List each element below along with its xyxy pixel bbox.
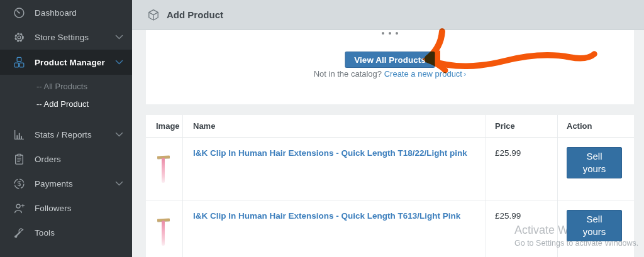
create-new-product-link[interactable]: Create a new product xyxy=(384,69,462,79)
svg-text:$: $ xyxy=(18,180,21,187)
product-image-cell xyxy=(146,200,182,257)
view-all-products-button[interactable]: View All Products xyxy=(345,52,435,68)
product-action-cell: Sell yours xyxy=(557,200,634,257)
sidebar-item-product-manager[interactable]: Product Manager xyxy=(0,50,132,75)
gear-icon xyxy=(13,31,25,43)
chevron-down-icon xyxy=(115,132,123,138)
page-header: Add Product xyxy=(132,0,644,30)
column-header-image: Image xyxy=(146,115,182,137)
sidebar-item-stats-reports[interactable]: Stats / Reports xyxy=(0,123,132,147)
product-thumbnail xyxy=(157,218,172,249)
catalog-prompt: Not in the catalog? Create a new product… xyxy=(146,69,634,79)
product-price-cell: £25.99 xyxy=(486,200,557,257)
main-content: Activate Windows Go to Settings to activ… xyxy=(132,30,644,257)
clipboard-icon xyxy=(13,153,25,165)
sidebar-item-payments[interactable]: $ Payments xyxy=(0,172,132,196)
product-price-cell: £25.99 xyxy=(486,138,557,200)
chevron-down-icon xyxy=(115,181,123,187)
sidebar-item-tools[interactable]: Tools xyxy=(0,221,132,245)
wrench-icon xyxy=(13,227,25,239)
sidebar-item-followers[interactable]: Followers xyxy=(0,196,132,221)
sidebar-item-label: Followers xyxy=(35,204,123,213)
sidebar-item-label: Product Manager xyxy=(35,58,115,67)
column-header-action: Action xyxy=(557,115,634,137)
column-header-price: Price xyxy=(486,115,557,137)
sidebar-item-label: Payments xyxy=(35,179,115,189)
dollar-icon: $ xyxy=(13,178,25,190)
sidebar-item-label: Orders xyxy=(35,155,123,164)
sidebar-item-label: Stats / Reports xyxy=(35,130,115,139)
sidebar-item-dashboard[interactable]: Dashboard xyxy=(0,1,132,25)
sell-yours-button[interactable]: Sell yours xyxy=(567,147,622,178)
gauge-icon xyxy=(13,7,25,19)
table-row: I&K Clip In Human Hair Extensions - Quic… xyxy=(146,138,634,200)
column-header-name: Name xyxy=(182,115,486,137)
catalog-prompt-text: Not in the catalog? xyxy=(314,69,384,79)
bar-chart-icon xyxy=(13,129,25,141)
product-name-cell: I&K Clip In Human Hair Extensions - Quic… xyxy=(182,138,486,200)
table-row: I&K Clip In Human Hair Extensions - Quic… xyxy=(146,200,634,257)
chevron-down-icon xyxy=(115,35,123,40)
product-image-cell xyxy=(146,138,182,200)
sidebar-subitem-label: -- Add Product xyxy=(36,99,89,109)
product-name-link[interactable]: I&K Clip In Human Hair Extensions - Quic… xyxy=(193,148,480,159)
follower-add-icon xyxy=(13,202,25,214)
sidebar-item-label: Store Settings xyxy=(35,33,115,42)
product-manager-submenu: -- All Products -- Add Product xyxy=(0,77,132,112)
sidebar-subitem-label: -- All Products xyxy=(36,82,87,91)
table-header-row: Image Name Price Action xyxy=(146,115,634,138)
page-title: Add Product xyxy=(167,9,223,20)
product-name-cell: I&K Clip In Human Hair Extensions - Quic… xyxy=(182,200,486,257)
product-action-cell: Sell yours xyxy=(557,138,634,200)
sidebar-item-all-products[interactable]: -- All Products xyxy=(0,77,132,95)
cubes-icon xyxy=(13,57,25,68)
add-product-panel: View All Products Not in the catalog? Cr… xyxy=(146,30,634,104)
chevron-down-icon xyxy=(115,60,123,65)
cube-icon xyxy=(147,9,160,21)
sidebar-item-add-product[interactable]: -- Add Product xyxy=(0,95,132,112)
sidebar-item-store-settings[interactable]: Store Settings xyxy=(0,25,132,50)
product-results-table: Image Name Price Action I&K Clip In Huma… xyxy=(146,115,634,257)
sidebar: Dashboard Store Settings Product Manager… xyxy=(0,0,132,257)
product-thumbnail xyxy=(157,155,172,187)
sidebar-item-orders[interactable]: Orders xyxy=(0,147,132,172)
link-chevron-icon: › xyxy=(464,69,466,79)
sidebar-item-label: Tools xyxy=(35,228,123,238)
sell-yours-button[interactable]: Sell yours xyxy=(567,210,622,241)
ellipsis-indicator xyxy=(146,32,634,35)
product-name-link[interactable]: I&K Clip In Human Hair Extensions - Quic… xyxy=(193,211,473,222)
sidebar-item-label: Dashboard xyxy=(35,8,123,18)
